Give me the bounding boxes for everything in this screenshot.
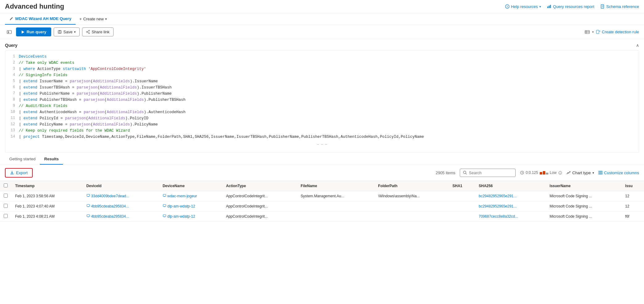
row-checkbox[interactable] [4, 214, 8, 218]
svg-rect-4 [550, 5, 551, 8]
svg-line-33 [522, 173, 523, 173]
toolbar-right: ▾ Create detection rule [585, 30, 639, 35]
sidebar-toggle-button[interactable]: ▶ [5, 28, 14, 36]
customize-columns-button[interactable]: Customize columns [598, 170, 639, 175]
cell-sha256: bc29482952965e291... [475, 201, 546, 211]
columns-icon [598, 170, 603, 175]
scroll-indicator: — — — [5, 140, 639, 149]
tab-results[interactable]: Results [40, 154, 63, 165]
cell-filename: System.Management.Au... [297, 191, 374, 201]
export-button[interactable]: Export [5, 168, 33, 178]
schema-reference-link[interactable]: Schema reference [600, 4, 639, 9]
row-checkbox[interactable] [4, 204, 8, 208]
sha256-link[interactable]: bc29482952965e291... [479, 194, 517, 198]
run-query-button[interactable]: Run query [16, 27, 51, 36]
svg-line-20 [87, 32, 89, 33]
col-issuername[interactable]: IssuerName [546, 181, 621, 191]
svg-rect-39 [87, 194, 89, 196]
sha256-link[interactable]: bc29482952965e291... [479, 204, 517, 208]
row-checkbox[interactable] [4, 194, 8, 198]
results-table-container: Timestamp DeviceId DeviceName ActionType… [0, 181, 644, 222]
svg-rect-15 [59, 32, 61, 33]
detection-icon [596, 30, 600, 34]
cell-devicename: dlp-am-wdatp-12 [159, 211, 222, 221]
row-checkbox-cell[interactable] [0, 191, 11, 201]
query-resources-report-link[interactable]: Query resources report [547, 4, 594, 9]
chart-icon [547, 4, 551, 9]
chevron-down-icon: ▾ [539, 5, 541, 8]
tab-bar: WDAC Wizard AH MDE Query + Create new ▾ [0, 13, 644, 25]
collapse-query-button[interactable]: ∧ [636, 43, 639, 48]
top-bar-links: ? Help resources ▾ Query resources repor… [505, 4, 639, 9]
col-filename[interactable]: FileName [297, 181, 374, 191]
top-bar: Advanced hunting ? Help resources ▾ Quer… [0, 0, 644, 13]
info-icon[interactable]: i [558, 171, 562, 175]
svg-text:i: i [560, 171, 560, 174]
table-view-icon[interactable] [585, 30, 590, 35]
svg-text:▶: ▶ [8, 31, 10, 33]
perf-time: 0:0.125 [526, 170, 538, 175]
search-box[interactable] [460, 169, 516, 177]
cell-folderpath: \Windows\assembly\Na... [374, 191, 449, 201]
help-resources-link[interactable]: ? Help resources ▾ [505, 4, 541, 9]
svg-rect-45 [87, 204, 89, 207]
select-all-header[interactable] [0, 181, 11, 191]
code-editor[interactable]: 1 DeviceEvents 2 // Take only WDAC event… [5, 50, 639, 153]
perf-level: Low [550, 170, 557, 175]
col-issu[interactable]: Issu [621, 181, 644, 191]
cell-sha1 [449, 201, 475, 211]
tab-getting-started[interactable]: Getting started [5, 154, 40, 165]
select-all-checkbox[interactable] [4, 183, 8, 187]
svg-rect-51 [87, 215, 89, 217]
table-header-row: Timestamp DeviceId DeviceName ActionType… [0, 181, 644, 191]
svg-line-30 [466, 173, 467, 174]
device-name-link[interactable]: dlp-am-wdatp-12 [163, 214, 195, 219]
save-button[interactable]: Save ▾ [54, 27, 80, 36]
col-deviceid[interactable]: DeviceId [83, 181, 159, 191]
svg-rect-21 [585, 31, 589, 34]
col-sha256[interactable]: SHA256 [475, 181, 546, 191]
code-line-5: 5 | extend IssuerName = parsejson(Additi… [5, 78, 639, 84]
svg-line-19 [87, 31, 89, 31]
code-line-4: 4 // SigningInfo Fields [5, 72, 639, 78]
share-link-button[interactable]: Share link [82, 27, 114, 36]
cell-deviceid: 4bb95cdeaba295834... [83, 211, 159, 221]
perf-bars [540, 171, 548, 175]
device-id-link[interactable]: 4bb95cdeaba295834... [86, 204, 129, 208]
col-timestamp[interactable]: Timestamp [11, 181, 83, 191]
cell-filename [297, 201, 374, 211]
chevron-down-icon[interactable]: ▾ [592, 30, 594, 34]
svg-point-17 [86, 31, 87, 32]
query-header: Query ∧ [5, 43, 639, 48]
cell-issuername: Microsoft Code Signing ... [546, 211, 621, 221]
device-name-link[interactable]: dlp-am-wdatp-12 [163, 204, 195, 208]
computer-icon [86, 214, 90, 218]
cell-actiontype: AppControlCodeIntegrit... [222, 201, 297, 211]
device-id-link[interactable]: 33dd4009bdee7dead... [86, 194, 129, 198]
chart-type-button[interactable]: Chart type ▾ [567, 170, 594, 175]
computer-icon [163, 214, 166, 218]
results-table: Timestamp DeviceId DeviceName ActionType… [0, 181, 644, 222]
cell-timestamp: Feb 1, 2023 4:07:40 AM [11, 201, 83, 211]
row-checkbox-cell[interactable] [0, 201, 11, 211]
device-name-link[interactable]: wdac-mem-jogeur [163, 194, 197, 198]
col-sha1[interactable]: SHA1 [449, 181, 475, 191]
device-id-link[interactable]: 4bb95cdeaba295834... [86, 214, 129, 219]
cell-actiontype: AppControlCodeIntegrit... [222, 191, 297, 201]
search-input[interactable] [469, 170, 512, 175]
create-new-button[interactable]: + Create new ▾ [76, 14, 110, 24]
code-line-3: 3 | where ActionType startswith 'AppCont… [5, 66, 639, 72]
tab-wdac-query[interactable]: WDAC Wizard AH MDE Query [5, 13, 76, 25]
code-line-11: 11 | extend PolicyId = parsejson(Additio… [5, 115, 639, 121]
col-actiontype[interactable]: ActionType [222, 181, 297, 191]
col-folderpath[interactable]: FolderPath [374, 181, 449, 191]
row-checkbox-cell[interactable] [0, 211, 11, 221]
computer-icon [163, 204, 166, 207]
col-devicename[interactable]: DeviceName [159, 181, 222, 191]
chevron-down-icon: ▾ [592, 171, 594, 175]
cell-deviceid: 33dd4009bdee7dead... [83, 191, 159, 201]
create-detection-rule-button[interactable]: Create detection rule [596, 30, 639, 34]
chart-type-icon [567, 170, 571, 175]
sha256-link[interactable]: 709687cecc8e8a32cd... [479, 214, 518, 219]
results-right: 2905 items 0:0.125 Low i Chart type ▾ Cu… [436, 169, 639, 177]
